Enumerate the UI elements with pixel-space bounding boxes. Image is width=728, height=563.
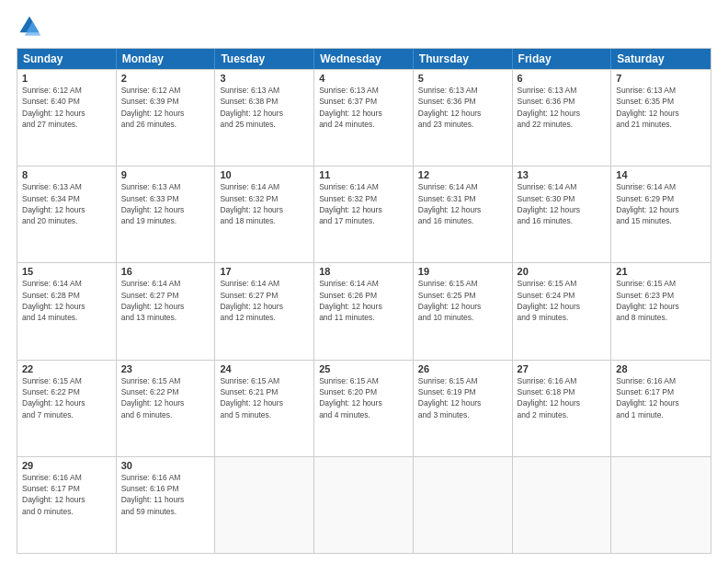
calendar-cell [513,457,612,553]
calendar-row: 15Sunrise: 6:14 AM Sunset: 6:28 PM Dayli… [17,262,711,359]
calendar-cell [414,457,513,553]
day-info: Sunrise: 6:14 AM Sunset: 6:27 PM Dayligh… [220,278,309,323]
day-number: 30 [121,460,210,471]
day-info: Sunrise: 6:14 AM Sunset: 6:26 PM Dayligh… [319,278,408,323]
day-number: 27 [518,363,607,374]
day-info: Sunrise: 6:15 AM Sunset: 6:19 PM Dayligh… [418,375,507,420]
calendar-cell: 26Sunrise: 6:15 AM Sunset: 6:19 PM Dayli… [414,361,513,456]
day-number: 8 [22,169,111,180]
calendar-cell: 7Sunrise: 6:13 AM Sunset: 6:35 PM Daylig… [611,70,711,166]
calendar-cell: 23Sunrise: 6:15 AM Sunset: 6:22 PM Dayli… [117,361,216,456]
day-info: Sunrise: 6:14 AM Sunset: 6:31 PM Dayligh… [418,181,507,226]
day-info: Sunrise: 6:16 AM Sunset: 6:17 PM Dayligh… [22,472,111,517]
calendar-header-cell: Friday [513,49,612,69]
day-info: Sunrise: 6:14 AM Sunset: 6:30 PM Dayligh… [518,181,607,226]
day-number: 2 [121,73,210,84]
calendar-cell: 17Sunrise: 6:14 AM Sunset: 6:27 PM Dayli… [215,263,314,359]
calendar-cell: 6Sunrise: 6:13 AM Sunset: 6:36 PM Daylig… [513,70,612,166]
day-info: Sunrise: 6:15 AM Sunset: 6:25 PM Dayligh… [418,278,507,323]
day-number: 12 [418,169,507,180]
calendar-header-cell: Tuesday [215,49,314,69]
page: SundayMondayTuesdayWednesdayThursdayFrid… [0,0,728,563]
day-number: 25 [319,363,408,374]
calendar-cell: 29Sunrise: 6:16 AM Sunset: 6:17 PM Dayli… [17,457,117,553]
day-number: 26 [418,363,507,374]
calendar-cell: 25Sunrise: 6:15 AM Sunset: 6:20 PM Dayli… [314,361,414,456]
day-number: 14 [616,169,706,180]
calendar-cell: 16Sunrise: 6:14 AM Sunset: 6:27 PM Dayli… [117,263,216,359]
day-info: Sunrise: 6:13 AM Sunset: 6:35 PM Dayligh… [616,85,706,130]
day-number: 11 [319,169,408,180]
day-number: 7 [616,73,706,84]
calendar-cell: 18Sunrise: 6:14 AM Sunset: 6:26 PM Dayli… [314,263,414,359]
day-number: 24 [220,363,309,374]
day-number: 20 [518,266,607,277]
day-number: 22 [22,363,111,374]
calendar-cell: 22Sunrise: 6:15 AM Sunset: 6:22 PM Dayli… [17,361,117,456]
calendar-body: 1Sunrise: 6:12 AM Sunset: 6:40 PM Daylig… [17,69,711,553]
day-number: 15 [22,266,111,277]
calendar-row: 1Sunrise: 6:12 AM Sunset: 6:40 PM Daylig… [17,69,711,166]
day-info: Sunrise: 6:14 AM Sunset: 6:28 PM Dayligh… [22,278,111,323]
day-number: 6 [518,73,607,84]
day-info: Sunrise: 6:16 AM Sunset: 6:17 PM Dayligh… [616,375,706,420]
day-info: Sunrise: 6:13 AM Sunset: 6:33 PM Dayligh… [121,181,210,226]
calendar-header: SundayMondayTuesdayWednesdayThursdayFrid… [17,49,711,69]
day-number: 23 [121,363,210,374]
calendar-cell: 30Sunrise: 6:16 AM Sunset: 6:16 PM Dayli… [117,457,216,553]
day-info: Sunrise: 6:14 AM Sunset: 6:32 PM Dayligh… [220,181,309,226]
day-info: Sunrise: 6:13 AM Sunset: 6:37 PM Dayligh… [319,85,408,130]
day-info: Sunrise: 6:15 AM Sunset: 6:24 PM Dayligh… [518,278,607,323]
day-info: Sunrise: 6:12 AM Sunset: 6:39 PM Dayligh… [121,85,210,130]
calendar-cell: 24Sunrise: 6:15 AM Sunset: 6:21 PM Dayli… [215,361,314,456]
calendar-cell: 2Sunrise: 6:12 AM Sunset: 6:39 PM Daylig… [117,70,216,166]
day-info: Sunrise: 6:12 AM Sunset: 6:40 PM Dayligh… [22,85,111,130]
day-info: Sunrise: 6:13 AM Sunset: 6:36 PM Dayligh… [418,85,507,130]
day-number: 18 [319,266,408,277]
calendar-header-cell: Thursday [414,49,513,69]
calendar-cell: 12Sunrise: 6:14 AM Sunset: 6:31 PM Dayli… [414,167,513,262]
day-info: Sunrise: 6:13 AM Sunset: 6:34 PM Dayligh… [22,181,111,226]
calendar-header-cell: Monday [117,49,216,69]
day-info: Sunrise: 6:15 AM Sunset: 6:22 PM Dayligh… [121,375,210,420]
calendar-cell [215,457,314,553]
calendar-header-cell: Wednesday [314,49,414,69]
calendar-cell [611,457,711,553]
day-info: Sunrise: 6:15 AM Sunset: 6:21 PM Dayligh… [220,375,309,420]
calendar-cell [314,457,414,553]
calendar-cell: 11Sunrise: 6:14 AM Sunset: 6:32 PM Dayli… [314,167,414,262]
logo-icon [17,15,42,40]
day-info: Sunrise: 6:16 AM Sunset: 6:16 PM Dayligh… [121,472,210,517]
calendar-header-cell: Sunday [17,49,117,69]
calendar-row: 8Sunrise: 6:13 AM Sunset: 6:34 PM Daylig… [17,166,711,262]
day-info: Sunrise: 6:15 AM Sunset: 6:23 PM Dayligh… [616,278,706,323]
day-number: 5 [418,73,507,84]
calendar-row: 29Sunrise: 6:16 AM Sunset: 6:17 PM Dayli… [17,456,711,553]
day-number: 16 [121,266,210,277]
calendar-cell: 15Sunrise: 6:14 AM Sunset: 6:28 PM Dayli… [17,263,117,359]
calendar-cell: 21Sunrise: 6:15 AM Sunset: 6:23 PM Dayli… [611,263,711,359]
calendar-cell: 13Sunrise: 6:14 AM Sunset: 6:30 PM Dayli… [513,167,612,262]
day-number: 4 [319,73,408,84]
calendar-cell: 10Sunrise: 6:14 AM Sunset: 6:32 PM Dayli… [215,167,314,262]
day-number: 13 [518,169,607,180]
calendar-cell: 28Sunrise: 6:16 AM Sunset: 6:17 PM Dayli… [611,361,711,456]
day-number: 1 [22,73,111,84]
logo [17,15,46,40]
calendar-cell: 3Sunrise: 6:13 AM Sunset: 6:38 PM Daylig… [215,70,314,166]
day-info: Sunrise: 6:14 AM Sunset: 6:27 PM Dayligh… [121,278,210,323]
calendar-cell: 9Sunrise: 6:13 AM Sunset: 6:33 PM Daylig… [117,167,216,262]
day-number: 10 [220,169,309,180]
day-info: Sunrise: 6:15 AM Sunset: 6:22 PM Dayligh… [22,375,111,420]
day-info: Sunrise: 6:13 AM Sunset: 6:38 PM Dayligh… [220,85,309,130]
day-number: 28 [616,363,706,374]
header [17,15,711,40]
day-info: Sunrise: 6:14 AM Sunset: 6:29 PM Dayligh… [616,181,706,226]
calendar-cell: 19Sunrise: 6:15 AM Sunset: 6:25 PM Dayli… [414,263,513,359]
day-info: Sunrise: 6:14 AM Sunset: 6:32 PM Dayligh… [319,181,408,226]
calendar-row: 22Sunrise: 6:15 AM Sunset: 6:22 PM Dayli… [17,360,711,456]
day-number: 21 [616,266,706,277]
calendar-cell: 1Sunrise: 6:12 AM Sunset: 6:40 PM Daylig… [17,70,117,166]
day-info: Sunrise: 6:16 AM Sunset: 6:18 PM Dayligh… [518,375,607,420]
calendar-cell: 4Sunrise: 6:13 AM Sunset: 6:37 PM Daylig… [314,70,414,166]
